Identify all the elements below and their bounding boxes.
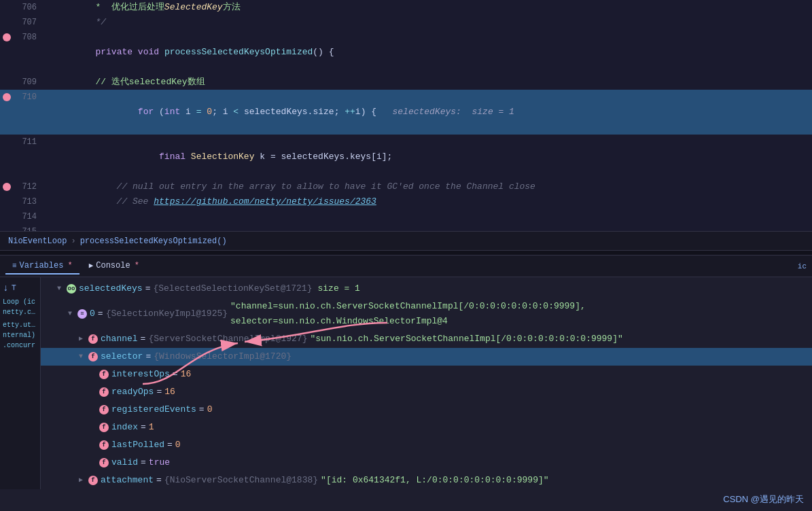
stack-frames-sidebar: ↓ ⊤ Loop (ic netty.cha etty.util. nterna… bbox=[0, 277, 41, 489]
field-icon-f-readyOps: f bbox=[99, 387, 109, 397]
breakpoint-placeholder bbox=[3, 228, 11, 231]
watermark: CSDN @遇见的昨天 bbox=[723, 493, 804, 506]
line-number-711: 711 bbox=[14, 135, 48, 179]
code-line-709: 709 // 迭代selectedKey数组 bbox=[0, 75, 812, 90]
tree-item-interestOps[interactable]: f interestOps = 16 bbox=[41, 366, 812, 383]
console-tab-badge: * bbox=[135, 261, 139, 270]
filter-btn[interactable]: ⊤ bbox=[11, 283, 16, 294]
field-icon-list: ≡ bbox=[77, 309, 87, 319]
step-over-btn[interactable]: ↓ bbox=[3, 283, 8, 294]
code-line-713: 713 // See https://github.com/netty/nett… bbox=[0, 194, 812, 209]
console-tab-label: Console bbox=[96, 261, 130, 270]
var-name-attachment: attachment bbox=[101, 473, 154, 488]
panel-divider[interactable] bbox=[0, 250, 812, 256]
var-name-selector: selector bbox=[101, 349, 143, 364]
field-icon-f-interestOps: f bbox=[99, 370, 109, 379]
tree-item-lastPolled[interactable]: f lastPolled = 0 bbox=[41, 436, 812, 454]
breakpoint-placeholder bbox=[3, 18, 11, 27]
variables-tab-label: Variables bbox=[20, 261, 64, 270]
var-val-index: 1 bbox=[149, 420, 154, 435]
tree-root-selectedKeys[interactable]: oo selectedKeys = {SelectedSelectionKeyS… bbox=[41, 280, 812, 298]
line-number-707: 707 bbox=[14, 15, 48, 30]
var-val-attachment: "[id: 0x641342f1, L:/0:0:0:0:0:0:0:0:999… bbox=[321, 473, 548, 488]
var-name-lastPolled: lastPolled bbox=[111, 438, 164, 453]
var-ref-selectedKeys: {SelectedSelectionKeySet@1721} bbox=[153, 281, 312, 296]
tree-item-attachment[interactable]: f attachment = {NioServerSocketChannel@1… bbox=[41, 472, 812, 489]
tree-arrow-attachment[interactable] bbox=[79, 473, 88, 488]
field-icon-f-index: f bbox=[99, 423, 109, 432]
var-val-channel: "sun.nio.ch.ServerSocketChannelImpl[/0:0… bbox=[310, 332, 622, 347]
var-val-lastPolled: 0 bbox=[175, 438, 181, 453]
tree-item-valid[interactable]: f valid = true bbox=[41, 454, 812, 472]
tree-item-0[interactable]: ≡ 0 = {SelectionKeyImpl@1925} "channel=s… bbox=[41, 298, 812, 330]
var-ref-channel: {ServerSocketChannelImpl@1927} bbox=[148, 332, 307, 347]
debug-panel: ≡ Variables * ▶ Console * ic ↓ ⊤ Loop (i… bbox=[0, 256, 812, 489]
tree-item-selector[interactable]: f selector = {WindowsSelectorImpl@1720} bbox=[41, 348, 812, 366]
var-name-channel: channel bbox=[101, 332, 138, 347]
var-ref-selector: {WindowsSelectorImpl@1720} bbox=[154, 349, 292, 364]
variables-tab-icon: ≡ bbox=[12, 262, 17, 270]
var-val-0: "channel=sun.nio.ch.ServerSocketChannelI… bbox=[230, 299, 807, 329]
tree-arrow-0[interactable] bbox=[68, 306, 77, 321]
panel-settings-icon[interactable]: ic bbox=[798, 262, 807, 270]
var-val-readyOps: 16 bbox=[164, 385, 175, 400]
breadcrumb-class: NioEventLoop bbox=[8, 236, 67, 246]
field-icon-f-selector: f bbox=[88, 352, 98, 362]
line-content-707: */ bbox=[48, 15, 812, 30]
frame-1[interactable]: Loop (ic bbox=[1, 298, 39, 306]
code-line-708: 708 private void processSelectedKeysOpti… bbox=[0, 30, 812, 75]
frame-2[interactable]: netty.cha bbox=[1, 308, 39, 317]
tab-variables[interactable]: ≡ Variables * bbox=[5, 258, 80, 275]
code-line-711: 711 final SelectionKey k = selectedKeys.… bbox=[0, 135, 812, 179]
frame-4[interactable]: etty.util. bbox=[1, 321, 39, 330]
var-eq: = bbox=[156, 473, 162, 488]
var-name-readyOps: readyOps bbox=[111, 385, 154, 400]
frame-3[interactable] bbox=[1, 318, 39, 319]
line-content-713: // See https://github.com/netty/netty/is… bbox=[48, 194, 812, 209]
line-content-715 bbox=[48, 224, 812, 231]
tree-arrow-root[interactable] bbox=[57, 281, 67, 296]
var-val-valid: true bbox=[149, 455, 170, 470]
breakpoint-placeholder bbox=[3, 213, 11, 221]
code-line-707: 707 */ bbox=[0, 15, 812, 30]
var-eq: = bbox=[156, 385, 162, 400]
code-line-712: 712 // null out entry in the array to al… bbox=[0, 179, 812, 194]
field-icon-f-registeredEvents: f bbox=[99, 405, 109, 415]
var-eq: = bbox=[145, 349, 151, 364]
tree-item-readyOps[interactable]: f readyOps = 16 bbox=[41, 383, 812, 401]
var-eq: = bbox=[199, 402, 205, 417]
tree-arrow-channel[interactable] bbox=[79, 332, 88, 347]
tree-item-registeredEvents[interactable]: f registeredEvents = 0 bbox=[41, 401, 812, 419]
variables-tree[interactable]: oo selectedKeys = {SelectedSelectionKeyS… bbox=[41, 277, 812, 489]
line-content-709: // 迭代selectedKey数组 bbox=[48, 75, 812, 90]
code-line-710: 710 for (int i = 0; i < selectedKeys.siz… bbox=[0, 90, 812, 135]
frame-6[interactable]: .concurr bbox=[1, 341, 39, 350]
tree-item-index[interactable]: f index = 1 bbox=[41, 419, 812, 436]
breakpoint-placeholder bbox=[3, 138, 11, 146]
var-name-registeredEvents: registeredEvents bbox=[111, 402, 196, 417]
tree-item-channel[interactable]: f channel = {ServerSocketChannelImpl@192… bbox=[41, 330, 812, 348]
var-ref-0: {SelectionKeyImpl@1925} bbox=[106, 306, 228, 321]
field-icon-f-attachment: f bbox=[88, 476, 98, 485]
tab-console[interactable]: ▶ Console * bbox=[82, 258, 146, 275]
field-icon-f-valid: f bbox=[99, 458, 109, 468]
line-content-706: * 优化过后处理SelectedKey方法 bbox=[48, 0, 812, 15]
debug-content: ↓ ⊤ Loop (ic netty.cha etty.util. nterna… bbox=[0, 277, 812, 489]
var-name-valid: valid bbox=[111, 455, 138, 470]
breakpoint-710 bbox=[3, 93, 11, 101]
code-lines: 706 * 优化过后处理SelectedKey方法 707 */ 708 pri… bbox=[0, 0, 812, 231]
var-name-interestOps: interestOps bbox=[111, 367, 170, 382]
line-number-706: 706 bbox=[14, 0, 48, 15]
frame-5[interactable]: nternal) bbox=[1, 331, 39, 340]
line-number-715: 715 bbox=[14, 224, 48, 231]
var-name-0: 0 bbox=[90, 306, 95, 321]
variables-tab-badge: * bbox=[67, 261, 72, 270]
tree-arrow-selector[interactable] bbox=[79, 349, 88, 364]
debug-tabs: ≡ Variables * ▶ Console * ic bbox=[0, 256, 812, 277]
line-content-708: private void processSelectedKeysOptimize… bbox=[48, 30, 812, 75]
field-icon-oo: oo bbox=[67, 284, 76, 294]
var-eq: = bbox=[173, 367, 178, 382]
var-eq: = bbox=[141, 455, 146, 470]
code-line-706: 706 * 优化过后处理SelectedKey方法 bbox=[0, 0, 812, 15]
breadcrumb-bar: NioEventLoop › processSelectedKeysOptimi… bbox=[0, 231, 812, 250]
